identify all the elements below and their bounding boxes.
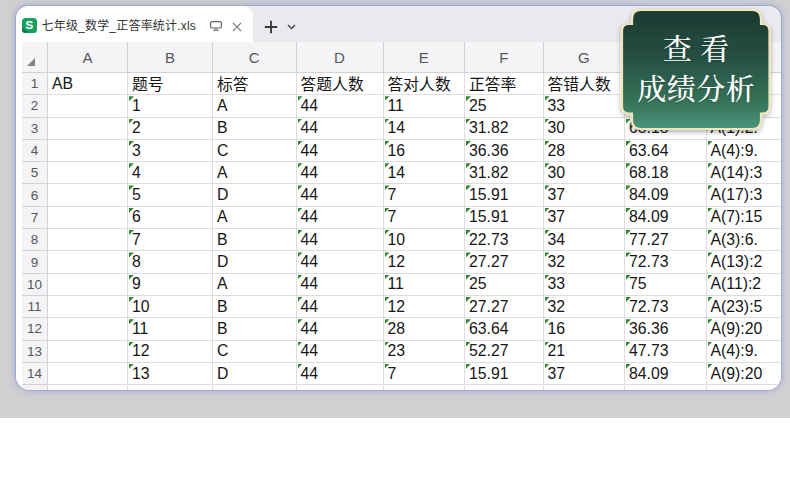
cell-F9[interactable]: 27.27 xyxy=(465,251,544,273)
cell-E5[interactable]: 14 xyxy=(384,162,466,184)
row-number-1[interactable]: 1 xyxy=(22,73,48,95)
row-number-11[interactable]: 11 xyxy=(22,296,48,318)
cell-B6[interactable]: 5 xyxy=(128,184,213,206)
row-number-7[interactable]: 7 xyxy=(22,207,48,229)
cell-E13[interactable]: 23 xyxy=(384,341,466,363)
cell-B4[interactable]: 3 xyxy=(128,140,213,162)
column-header-E[interactable]: E xyxy=(384,42,466,72)
cell-B7[interactable]: 6 xyxy=(128,207,213,229)
row-number-14[interactable]: 14 xyxy=(22,363,48,385)
cell-E15[interactable] xyxy=(384,385,466,390)
cell-D12[interactable]: 44 xyxy=(297,318,384,340)
cell-H10[interactable]: 75 xyxy=(625,274,707,296)
cell-C14[interactable]: D xyxy=(213,363,297,385)
cell-D7[interactable]: 44 xyxy=(297,207,384,229)
cell-F7[interactable]: 15.91 xyxy=(465,207,544,229)
row-number-4[interactable]: 4 xyxy=(22,140,48,162)
cell-E2[interactable]: 11 xyxy=(384,95,466,117)
cell-B10[interactable]: 9 xyxy=(128,274,213,296)
cell-F14[interactable]: 15.91 xyxy=(465,363,544,385)
cell-E14[interactable]: 7 xyxy=(384,363,466,385)
cell-D15[interactable] xyxy=(297,385,384,390)
cell-A5[interactable] xyxy=(48,162,128,184)
cell-D5[interactable]: 44 xyxy=(297,162,384,184)
cell-A14[interactable] xyxy=(48,363,128,385)
cell-A9[interactable] xyxy=(48,251,128,273)
cell-D8[interactable]: 44 xyxy=(297,229,384,251)
cell-E8[interactable]: 10 xyxy=(384,229,466,251)
cell-C7[interactable]: A xyxy=(213,207,297,229)
cell-F8[interactable]: 22.73 xyxy=(465,229,544,251)
column-header-D[interactable]: D xyxy=(297,42,384,72)
cell-B13[interactable]: 12 xyxy=(128,341,213,363)
cell-B12[interactable]: 11 xyxy=(128,318,213,340)
cell-H14[interactable]: 84.09 xyxy=(625,363,707,385)
cell-F1[interactable]: 正答率 xyxy=(465,73,544,95)
cell-C5[interactable]: A xyxy=(213,162,297,184)
cell-A1[interactable]: AB xyxy=(48,73,128,95)
cell-H5[interactable]: 68.18 xyxy=(625,162,707,184)
cell-F12[interactable]: 63.64 xyxy=(465,318,544,340)
cell-D4[interactable]: 44 xyxy=(297,140,384,162)
cell-F4[interactable]: 36.36 xyxy=(465,140,544,162)
cell-H9[interactable]: 72.73 xyxy=(625,251,707,273)
cell-G5[interactable]: 30 xyxy=(544,162,626,184)
cell-I8[interactable]: A(3):6. xyxy=(707,229,782,251)
cell-G10[interactable]: 33 xyxy=(544,274,626,296)
cell-F10[interactable]: 25 xyxy=(465,274,544,296)
cell-C4[interactable]: C xyxy=(213,140,297,162)
cell-E4[interactable]: 16 xyxy=(384,140,466,162)
close-tab-icon[interactable] xyxy=(232,22,242,32)
cell-C2[interactable]: A xyxy=(213,95,297,117)
cell-I12[interactable]: A(9):20 xyxy=(707,318,782,340)
cell-C11[interactable]: B xyxy=(213,296,297,318)
column-header-A[interactable]: A xyxy=(48,42,128,72)
cell-E9[interactable]: 12 xyxy=(384,251,466,273)
row-number-10[interactable]: 10 xyxy=(22,274,48,296)
cell-I9[interactable]: A(13):2 xyxy=(707,251,782,273)
cell-F15[interactable] xyxy=(465,385,544,390)
cell-F11[interactable]: 27.27 xyxy=(465,296,544,318)
row-number-8[interactable]: 8 xyxy=(22,229,48,251)
column-header-B[interactable]: B xyxy=(128,42,213,72)
cell-B3[interactable]: 2 xyxy=(128,118,213,140)
row-number-12[interactable]: 12 xyxy=(22,318,48,340)
cell-B8[interactable]: 7 xyxy=(128,229,213,251)
cell-A10[interactable] xyxy=(48,274,128,296)
badge-plaque-shape[interactable] xyxy=(622,10,770,129)
cell-C12[interactable]: B xyxy=(213,318,297,340)
row-number-2[interactable]: 2 xyxy=(22,95,48,117)
cell-B1[interactable]: 题号 xyxy=(128,73,213,95)
cell-B2[interactable]: 1 xyxy=(128,95,213,117)
cell-G13[interactable]: 21 xyxy=(544,341,626,363)
row-number-5[interactable]: 5 xyxy=(22,162,48,184)
cell-A6[interactable] xyxy=(48,184,128,206)
cell-E1[interactable]: 答对人数 xyxy=(384,73,466,95)
cell-I6[interactable]: A(17):3 xyxy=(707,184,782,206)
cell-C13[interactable]: C xyxy=(213,341,297,363)
tab-list-chevron-icon[interactable] xyxy=(287,24,296,30)
cell-B14[interactable]: 13 xyxy=(128,363,213,385)
cell-F3[interactable]: 31.82 xyxy=(465,118,544,140)
cell-D14[interactable]: 44 xyxy=(297,363,384,385)
cell-A2[interactable] xyxy=(48,95,128,117)
cell-I4[interactable]: A(4):9. xyxy=(707,140,782,162)
cell-G11[interactable]: 32 xyxy=(544,296,626,318)
cell-C15[interactable] xyxy=(213,385,297,390)
cell-H8[interactable]: 77.27 xyxy=(625,229,707,251)
cell-B9[interactable]: 8 xyxy=(128,251,213,273)
cell-G12[interactable]: 16 xyxy=(544,318,626,340)
cell-G8[interactable]: 34 xyxy=(544,229,626,251)
cell-C3[interactable]: B xyxy=(213,118,297,140)
cell-I13[interactable]: A(4):9. xyxy=(707,341,782,363)
row-number-13[interactable]: 13 xyxy=(22,341,48,363)
column-header-F[interactable]: F xyxy=(465,42,544,72)
row-number-6[interactable]: 6 xyxy=(22,184,48,206)
cell-D11[interactable]: 44 xyxy=(297,296,384,318)
new-tab-button[interactable] xyxy=(264,20,278,34)
cell-E6[interactable]: 7 xyxy=(384,184,466,206)
cell-G6[interactable]: 37 xyxy=(544,184,626,206)
cell-I15[interactable] xyxy=(707,385,782,390)
cell-A3[interactable] xyxy=(48,118,128,140)
cell-E7[interactable]: 7 xyxy=(384,207,466,229)
